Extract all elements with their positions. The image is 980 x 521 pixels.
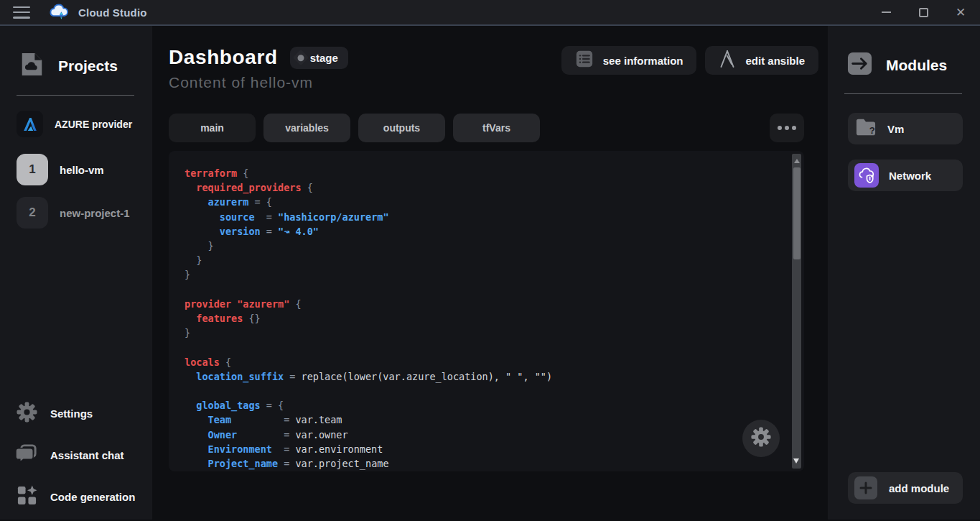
module-card-network[interactable]: Network <box>848 160 963 191</box>
project-label: new-project-1 <box>60 207 130 219</box>
modules-title: Modules <box>886 57 947 74</box>
window-controls: ✕ <box>878 4 969 20</box>
project-number-badge: 1 <box>17 154 48 185</box>
add-module-label: add module <box>889 482 949 494</box>
project-number-badge: 2 <box>17 197 48 229</box>
code-editor-panel: terraform { required_providers { azurerm… <box>169 151 804 471</box>
scrollbar-thumb[interactable] <box>793 167 801 259</box>
environment-badge-label: stage <box>310 52 338 64</box>
hamburger-menu-icon[interactable] <box>13 6 30 19</box>
projects-header: Projects <box>0 50 152 81</box>
sidebar-item-azure-provider[interactable]: AZURE provider <box>0 111 152 137</box>
tab-main[interactable]: main <box>169 114 256 142</box>
projects-icon <box>18 50 46 81</box>
code-generation-icon <box>16 484 38 510</box>
modules-sidebar: Modules ? Vm Ne <box>828 26 980 520</box>
titlebar: Cloud Studio ✕ <box>0 0 980 26</box>
edit-ansible-label: edit ansible <box>745 55 805 67</box>
module-vm-label: Vm <box>887 123 904 135</box>
tab-tfvars[interactable]: tfVars <box>453 114 540 142</box>
azure-provider-label: AZURE provider <box>55 119 132 130</box>
sidebar-item-hello-vm[interactable]: 1 hello-vm <box>0 154 152 185</box>
projects-divider <box>17 95 134 96</box>
gear-icon <box>16 401 38 426</box>
folder-question-icon: ? <box>854 117 877 140</box>
stage-dot-icon <box>292 50 309 66</box>
sidebar-item-new-project-1[interactable]: 2 new-project-1 <box>0 197 152 229</box>
header-actions: see information edit ansible <box>561 46 818 75</box>
sidebar-item-assistant-chat[interactable]: Assistant chat <box>16 443 152 468</box>
modules-header: Modules <box>828 50 980 80</box>
maximize-button[interactable] <box>915 4 931 20</box>
terraform-code[interactable]: terraform { required_providers { azurerm… <box>185 166 783 471</box>
info-list-icon <box>575 50 594 71</box>
minimize-button[interactable] <box>878 4 894 20</box>
svg-text:?: ? <box>869 125 875 136</box>
page-subtitle: Content of hello-vm <box>169 74 348 91</box>
assistant-chat-label: Assistant chat <box>50 449 124 461</box>
modules-icon <box>846 50 874 80</box>
gear-icon <box>750 426 772 451</box>
code-generation-label: Code generation <box>50 491 135 503</box>
page-heading-block: Dashboard stage Content of hello-vm <box>169 46 348 91</box>
main-header: Dashboard stage Content of hello-vm <box>169 46 818 91</box>
code-settings-button[interactable] <box>742 420 780 457</box>
environment-badge[interactable]: stage <box>290 47 348 69</box>
scroll-down-icon[interactable] <box>793 458 799 464</box>
see-information-button[interactable]: see information <box>561 46 697 75</box>
module-network-label: Network <box>889 170 931 182</box>
network-cloud-shield-icon <box>854 163 879 188</box>
project-label: hello-vm <box>60 164 104 176</box>
tabs-overflow-button[interactable] <box>770 114 804 142</box>
modules-divider <box>844 93 962 94</box>
tab-outputs[interactable]: outputs <box>358 114 445 142</box>
add-module-button[interactable]: add module <box>848 472 963 504</box>
azure-logo-icon <box>17 111 43 137</box>
module-card-vm[interactable]: ? Vm <box>848 113 963 144</box>
file-tabs: main variables outputs tfVars <box>169 114 818 142</box>
projects-sidebar: Projects AZURE provider 1 hello-vm <box>0 26 152 520</box>
tab-variables[interactable]: variables <box>263 114 350 142</box>
page-title: Dashboard <box>169 46 278 69</box>
scroll-up-icon[interactable] <box>794 159 800 163</box>
projects-title: Projects <box>58 57 118 75</box>
ansible-icon <box>719 50 736 71</box>
sidebar-item-settings[interactable]: Settings <box>16 401 152 426</box>
edit-ansible-button[interactable]: edit ansible <box>705 46 818 75</box>
chat-bubbles-icon <box>16 443 38 468</box>
settings-label: Settings <box>50 407 93 420</box>
code-scrollbar[interactable] <box>792 154 801 469</box>
close-button[interactable]: ✕ <box>953 4 969 20</box>
sidebar-item-code-generation[interactable]: Code generation <box>16 484 152 510</box>
plus-icon <box>854 476 877 499</box>
cloud-studio-logo-icon <box>49 4 69 21</box>
sidebar-footer: Settings Assistant chat <box>0 401 152 520</box>
main-content: Dashboard stage Content of hello-vm <box>152 26 828 520</box>
app-title: Cloud Studio <box>78 6 147 19</box>
see-information-label: see information <box>603 55 683 67</box>
